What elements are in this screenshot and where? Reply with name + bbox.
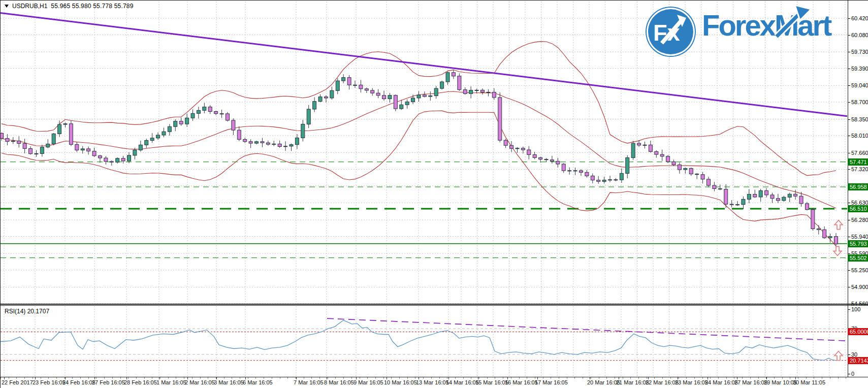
candle-down bbox=[597, 180, 600, 182]
price-axis-label: 55.940 bbox=[851, 234, 868, 240]
time-axis-label: 3 Mar 16:05 bbox=[214, 379, 244, 385]
candle-down bbox=[214, 111, 218, 113]
candle-down bbox=[521, 148, 525, 150]
rsi-pane bbox=[1, 306, 848, 377]
grid bbox=[1, 2, 848, 304]
candle-down bbox=[834, 237, 838, 244]
ohlc-values: 55.965 55.980 55.778 55.789 bbox=[51, 3, 133, 10]
time-axis-label: 30 Mar 11:05 bbox=[793, 379, 825, 385]
rsi-axis-tick bbox=[848, 309, 850, 310]
main-chart-pane bbox=[1, 1, 848, 304]
time-axis-label: 17 Mar 16:05 bbox=[535, 379, 568, 385]
price-axis-tick bbox=[848, 136, 850, 136]
candle-down bbox=[382, 95, 386, 99]
candle-down bbox=[666, 156, 670, 162]
candle-down bbox=[324, 97, 328, 98]
candle-down bbox=[660, 154, 664, 156]
time-axis-label: 23 Mar 16:05 bbox=[675, 379, 708, 385]
candle-down bbox=[498, 98, 502, 140]
candle-up bbox=[736, 205, 740, 205]
price-axis-tick bbox=[848, 287, 850, 287]
candle-down bbox=[266, 143, 270, 144]
candle-up bbox=[469, 90, 473, 94]
candle-down bbox=[649, 145, 652, 151]
candle-up bbox=[626, 158, 629, 174]
candle-up bbox=[63, 124, 67, 124]
candle-up bbox=[759, 190, 762, 197]
symbol-dropdown-icon[interactable] bbox=[5, 5, 9, 8]
candle-down bbox=[365, 89, 368, 90]
logo-m-arrow-icon bbox=[770, 3, 827, 41]
candle-down bbox=[753, 194, 757, 197]
candle-down bbox=[371, 90, 374, 93]
candle-up bbox=[290, 145, 293, 146]
candle-down bbox=[87, 149, 90, 151]
candle-down bbox=[730, 204, 733, 205]
candle-down bbox=[92, 151, 96, 156]
time-axis-label: 8 Mar 16:05 bbox=[324, 379, 354, 385]
candle-down bbox=[799, 196, 803, 204]
price-axis-tick bbox=[848, 35, 850, 36]
time-axis-label: 24 Mar 16:05 bbox=[705, 379, 738, 385]
candle-down bbox=[579, 171, 583, 172]
candle-up bbox=[150, 138, 154, 141]
candle-down bbox=[533, 155, 536, 158]
candle-up bbox=[40, 147, 44, 154]
price-axis-label: 56.280 bbox=[851, 217, 868, 223]
candle-down bbox=[75, 144, 79, 150]
candle-down bbox=[770, 195, 774, 199]
candle-down bbox=[98, 156, 102, 158]
candle-up bbox=[828, 237, 832, 238]
time-axis-label: 28 Feb 16:05 bbox=[124, 379, 157, 385]
candle-up bbox=[313, 102, 316, 109]
candle-down bbox=[226, 114, 229, 120]
arrow-up-icon[interactable] bbox=[834, 220, 843, 230]
arrow-down-icon[interactable] bbox=[833, 246, 842, 255]
pane-separator[interactable] bbox=[1, 304, 868, 305]
price-axis-tick bbox=[848, 119, 850, 120]
time-axis-label: 21 Mar 16:05 bbox=[616, 379, 649, 385]
price-axis-label: 55.250 bbox=[851, 267, 868, 273]
rsi-trendline[interactable] bbox=[327, 318, 847, 341]
candle-up bbox=[411, 98, 415, 102]
logo-fx-text: Fx bbox=[653, 20, 680, 46]
candle-up bbox=[788, 194, 791, 197]
candle-up bbox=[440, 82, 444, 88]
time-axis-label: 27 Feb 16:05 bbox=[92, 379, 125, 385]
time-axis-label: 22 Feb 2017 bbox=[2, 379, 33, 385]
candle-down bbox=[585, 172, 589, 176]
candle-up bbox=[608, 180, 612, 180]
candle-down bbox=[805, 204, 809, 210]
candle-down bbox=[504, 140, 507, 145]
arrow-up-icon[interactable] bbox=[834, 351, 843, 360]
candle-up bbox=[145, 140, 148, 145]
candle-up bbox=[742, 199, 745, 204]
candle-down bbox=[261, 142, 264, 143]
candle-up bbox=[162, 132, 166, 135]
candle-down bbox=[394, 95, 397, 109]
candle-down bbox=[718, 188, 722, 189]
price-axis-label: 59.040 bbox=[851, 82, 868, 88]
candle-up bbox=[330, 90, 334, 98]
candle-up bbox=[620, 173, 623, 180]
candle-up bbox=[197, 110, 200, 113]
candle-down bbox=[765, 190, 768, 195]
price-axis-tick bbox=[848, 18, 850, 19]
candle-down bbox=[463, 90, 467, 94]
chart-window: USDRUB,H1 55.965 55.980 55.778 55.789 RS… bbox=[0, 0, 868, 388]
candle-down bbox=[376, 93, 380, 95]
candle-up bbox=[127, 155, 131, 161]
candle-up bbox=[11, 141, 15, 141]
price-level-badge: 56.958 bbox=[848, 183, 868, 190]
price-level-badge: 55.502 bbox=[848, 254, 868, 262]
candle-down bbox=[347, 78, 351, 85]
candle-down bbox=[527, 150, 531, 155]
candle-down bbox=[232, 120, 235, 130]
candle-down bbox=[121, 158, 125, 161]
time-axis-label: 6 Mar 16:05 bbox=[243, 379, 273, 385]
candle-up bbox=[116, 158, 119, 162]
price-axis-label: 59.730 bbox=[851, 49, 868, 55]
candle-down bbox=[706, 179, 710, 185]
candle-up bbox=[429, 96, 432, 97]
candle-up bbox=[400, 105, 403, 109]
